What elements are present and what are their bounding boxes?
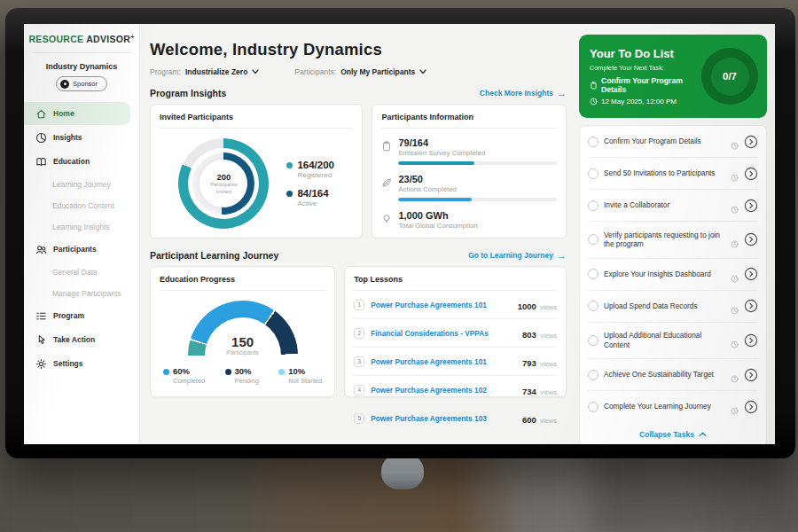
sidebar-divider bbox=[33, 52, 130, 53]
sidebar-item-learning-insights[interactable]: Learning Insights bbox=[24, 216, 130, 237]
page-title: Welcome, Industry Dynamics bbox=[150, 40, 567, 59]
go-to-learning-journey-link[interactable]: Go to Learning Journey → bbox=[468, 251, 567, 261]
legend-value: 164/200 bbox=[297, 160, 334, 170]
lesson-link[interactable]: Financial Considerations - VPPAs bbox=[371, 329, 516, 338]
card-title: Participants Information bbox=[381, 113, 557, 129]
section-title-learning-journey: Participant Learning Journey bbox=[150, 250, 278, 261]
sidebar-item-learning-journey[interactable]: Learning Journey bbox=[24, 174, 130, 194]
task-row[interactable]: Explore Your Insights Dashboard bbox=[588, 259, 758, 291]
task-checkbox[interactable] bbox=[588, 301, 598, 311]
arrow-right-icon: → bbox=[557, 89, 567, 98]
invited-participants-card: Invited Participants 200 Participants In… bbox=[150, 104, 363, 239]
check-more-insights-link[interactable]: Check More Insights → bbox=[480, 89, 567, 98]
task-checkbox[interactable] bbox=[588, 370, 598, 380]
sidebar-item-education-content[interactable]: Education Content bbox=[24, 195, 130, 215]
task-checkbox[interactable] bbox=[588, 200, 598, 211]
program-filter[interactable]: Program: Industrialize Zero bbox=[150, 67, 259, 76]
lesson-link[interactable]: Power Purchase Agreements 102 bbox=[371, 386, 516, 395]
task-row[interactable]: Invite a Collaborator bbox=[588, 190, 758, 222]
task-checkbox[interactable] bbox=[588, 402, 598, 412]
collapse-tasks-link[interactable]: Collapse Tasks bbox=[588, 422, 758, 444]
participants-filter-label: Participants: bbox=[294, 67, 336, 76]
task-row[interactable]: Upload Spend Data Records bbox=[588, 291, 758, 323]
task-row[interactable]: Achieve One Sustainability Target bbox=[588, 359, 758, 391]
donut-center-value: 200 bbox=[216, 172, 231, 182]
cursor-action-icon bbox=[35, 334, 47, 346]
lesson-views: 734 views bbox=[522, 382, 557, 398]
sidebar-item-home[interactable]: Home bbox=[24, 102, 130, 125]
home-icon bbox=[35, 108, 47, 120]
lesson-link[interactable]: Power Purchase Agreements 101 bbox=[371, 357, 516, 366]
sidebar-item-participants[interactable]: Participants bbox=[24, 238, 130, 261]
gauge-center-label: Participants bbox=[188, 349, 298, 356]
sidebar-item-label: Settings bbox=[53, 359, 83, 368]
legend-dot bbox=[225, 369, 231, 375]
sidebar-item-general-data[interactable]: General Data bbox=[24, 262, 130, 282]
task-row[interactable]: Upload Additional Educational Content bbox=[588, 323, 758, 360]
sidebar-item-take-action[interactable]: Take Action bbox=[24, 328, 130, 351]
sidebar-item-manage-participants[interactable]: Manage Participants bbox=[24, 283, 130, 303]
sidebar-item-label: Home bbox=[53, 109, 74, 118]
todo-subtitle: Complete Your Next Task: bbox=[590, 64, 696, 72]
todo-due-date: 12 May 2025, 12:00 PM bbox=[590, 98, 696, 106]
lesson-link[interactable]: Power Purchase Agreements 103 bbox=[371, 414, 516, 423]
sidebar-item-program[interactable]: Program bbox=[24, 304, 130, 327]
list-icon bbox=[35, 310, 47, 322]
task-chevron-button[interactable] bbox=[744, 368, 758, 382]
sidebar-item-label: Take Action bbox=[53, 335, 95, 344]
task-chevron-button[interactable] bbox=[744, 135, 758, 149]
sponsor-icon bbox=[60, 80, 69, 89]
leaf-icon bbox=[381, 176, 392, 186]
task-checkbox[interactable] bbox=[588, 137, 598, 147]
task-checkbox[interactable] bbox=[588, 234, 598, 245]
card-title: Education Progress bbox=[160, 275, 325, 291]
participants-filter[interactable]: Participants: Only My Participants bbox=[294, 67, 426, 76]
task-chevron-button[interactable] bbox=[744, 299, 758, 313]
task-checkbox[interactable] bbox=[588, 269, 598, 279]
task-chevron-button[interactable] bbox=[744, 400, 758, 414]
legend-label: Active bbox=[297, 200, 328, 207]
legend-dot bbox=[163, 369, 169, 375]
gauge-center-value: 150 bbox=[188, 334, 298, 349]
task-chevron-button[interactable] bbox=[744, 232, 758, 246]
lesson-row: 1 Power Purchase Agreements 101 1000 vie… bbox=[354, 291, 557, 319]
chevron-up-icon bbox=[699, 430, 707, 439]
lesson-row: 4 Power Purchase Agreements 102 734 view… bbox=[354, 376, 557, 404]
task-chevron-button[interactable] bbox=[744, 167, 758, 181]
legend-value: 30% bbox=[235, 366, 260, 376]
task-row[interactable]: Confirm Your Program Details bbox=[588, 126, 758, 158]
app-logo: RESOURCE ADVISOR+ bbox=[24, 34, 139, 44]
stat-label: Total Global Consumption bbox=[398, 222, 557, 230]
sidebar-item-label: Education bbox=[53, 157, 90, 166]
task-chevron-button[interactable] bbox=[744, 333, 758, 348]
progress-bar-emission-survey bbox=[398, 161, 557, 165]
task-checkbox[interactable] bbox=[588, 168, 598, 179]
sidebar-item-label: General Data bbox=[52, 268, 98, 277]
todo-summary-card: Your To Do List Complete Your Next Task:… bbox=[579, 35, 767, 118]
donut-center-label: Invited bbox=[216, 189, 231, 196]
clock-icon bbox=[731, 302, 739, 310]
clipboard-icon bbox=[590, 82, 598, 90]
gauge-center: 150 Participants bbox=[188, 334, 298, 356]
task-row[interactable]: Send 50 Invitations to Participants bbox=[588, 158, 758, 190]
sponsor-badge[interactable]: Sponsor bbox=[56, 76, 107, 91]
task-chevron-button[interactable] bbox=[744, 199, 758, 213]
legend-value: 10% bbox=[288, 366, 322, 376]
main-content: Welcome, Industry Dynamics Program: Indu… bbox=[140, 24, 575, 444]
todo-panel: Your To Do List Complete Your Next Task:… bbox=[575, 24, 775, 444]
sidebar: RESOURCE ADVISOR+ Industry Dynamics Spon… bbox=[24, 24, 140, 444]
legend-active: 84/164 Active bbox=[286, 188, 334, 207]
sidebar-item-label: Education Content bbox=[52, 201, 114, 210]
sidebar-item-insights[interactable]: Insights bbox=[24, 126, 130, 149]
sidebar-item-label: Insights bbox=[53, 133, 82, 142]
insights-cards-row: Invited Participants 200 Participants In… bbox=[150, 104, 567, 239]
task-chevron-button[interactable] bbox=[744, 267, 758, 281]
sidebar-item-settings[interactable]: Settings bbox=[24, 352, 130, 375]
task-row[interactable]: Complete Your Learning Journey bbox=[588, 391, 758, 422]
task-row[interactable]: Verify participants requesting to join t… bbox=[588, 222, 758, 259]
task-checkbox[interactable] bbox=[588, 335, 598, 346]
sidebar-item-education[interactable]: Education bbox=[24, 150, 130, 173]
lesson-link[interactable]: Power Purchase Agreements 101 bbox=[371, 301, 511, 309]
todo-next-task: Confirm Your Program Details bbox=[590, 76, 696, 94]
bulb-icon bbox=[381, 212, 392, 223]
